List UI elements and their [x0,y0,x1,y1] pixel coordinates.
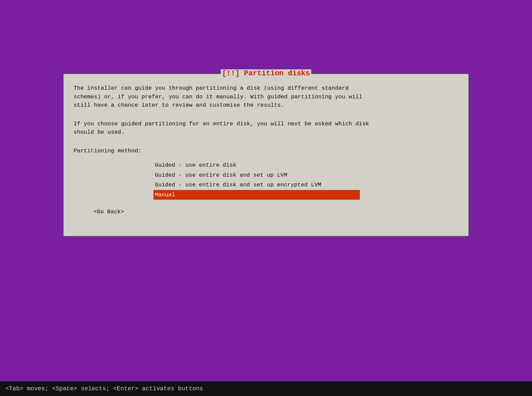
go-back-button[interactable]: <Go Back> [94,208,458,216]
dialog-content: The installer can guide you through part… [64,74,468,223]
main-area: [!!] Partition disks The installer can g… [0,67,532,237]
status-bar: <Tab> moves; <Space> selects; <Enter> ac… [0,381,532,396]
description-text-2: If you choose guided partitioning for an… [74,121,369,136]
description-text-1: The installer can guide you through part… [74,85,362,108]
option-guided-encrypted-lvm[interactable]: Guided - use entire disk and set up encr… [153,180,458,190]
description-paragraph-2: If you choose guided partitioning for an… [74,120,458,137]
dialog-box: [!!] Partition disks The installer can g… [63,73,469,237]
title-line-left [64,73,218,74]
title-line-right [314,73,468,74]
option-manual[interactable]: Manual [153,190,360,200]
dialog-title: [!!] Partition disks [221,69,311,78]
partitioning-method-label: Partitioning method: [74,147,458,155]
options-list: Guided - use entire disk Guided - use en… [153,160,458,200]
purple-background-top [0,0,532,67]
option-guided-entire[interactable]: Guided - use entire disk [153,160,458,170]
status-bar-text: <Tab> moves; <Space> selects; <Enter> ac… [5,385,203,392]
description-paragraph-1: The installer can guide you through part… [74,84,458,110]
purple-background-bottom [0,237,532,381]
dialog-title-bar: [!!] Partition disks [64,69,468,78]
option-guided-lvm[interactable]: Guided - use entire disk and set up LVM [153,170,458,180]
